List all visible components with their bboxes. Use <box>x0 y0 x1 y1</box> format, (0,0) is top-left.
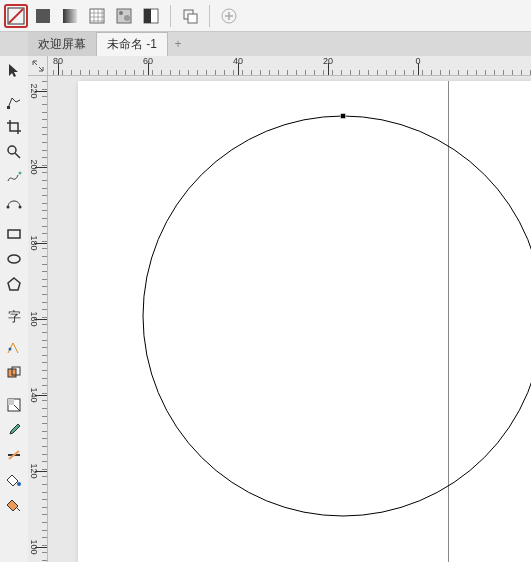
svg-line-1 <box>9 9 23 23</box>
separator <box>209 5 210 27</box>
texture-fill-button[interactable] <box>112 4 136 28</box>
svg-point-14 <box>8 146 16 154</box>
blend-tool[interactable] <box>2 336 26 360</box>
bezier-tool[interactable] <box>2 190 26 214</box>
plus-icon: + <box>175 37 182 51</box>
pattern-fill-button[interactable] <box>85 4 109 28</box>
svg-line-15 <box>15 153 20 158</box>
freehand-tool[interactable] <box>2 165 26 189</box>
ruler-tick-label: 220 <box>29 83 39 98</box>
tab-add-button[interactable]: + <box>168 32 188 56</box>
svg-rect-19 <box>8 230 20 238</box>
solid-fill-button[interactable] <box>31 4 55 28</box>
dropper-tool[interactable] <box>2 418 26 442</box>
tab-untitled[interactable]: 未命名 -1 <box>97 32 168 56</box>
ruler-tick-label: 200 <box>29 159 39 174</box>
gradient-fill-button[interactable] <box>58 4 82 28</box>
main-area: 字 806040200 220200180160140120100 <box>0 56 531 562</box>
canvas-viewport[interactable] <box>48 76 531 562</box>
svg-rect-9 <box>144 9 151 23</box>
toolbox: 字 <box>0 56 28 562</box>
page <box>78 81 531 562</box>
svg-rect-2 <box>36 9 50 23</box>
tab-label: 欢迎屏幕 <box>38 36 86 53</box>
ruler-tick-label: 120 <box>29 463 39 478</box>
ruler-tick-label: 60 <box>143 56 153 66</box>
interactive-fill-tool[interactable] <box>2 493 26 517</box>
svg-point-23 <box>9 348 12 351</box>
ruler-tick-label: 0 <box>415 56 420 66</box>
svg-point-20 <box>8 255 20 263</box>
outline-tool[interactable] <box>2 443 26 467</box>
ruler-tick-label: 160 <box>29 311 39 326</box>
ruler-tick-label: 20 <box>323 56 333 66</box>
zoom-tool[interactable] <box>2 140 26 164</box>
svg-rect-27 <box>8 399 14 405</box>
separator <box>170 5 171 27</box>
no-fill-button[interactable] <box>4 4 28 28</box>
svg-rect-11 <box>188 14 197 23</box>
ruler-tick-label: 80 <box>53 56 63 66</box>
text-tool[interactable]: 字 <box>2 304 26 328</box>
svg-point-16 <box>19 172 22 175</box>
svg-rect-3 <box>63 9 77 23</box>
svg-point-18 <box>19 206 22 209</box>
distort-tool[interactable] <box>2 361 26 385</box>
svg-point-17 <box>7 206 10 209</box>
svg-marker-21 <box>8 278 20 290</box>
tab-label: 未命名 -1 <box>107 36 157 53</box>
circle-shape[interactable] <box>143 116 531 516</box>
rectangle-tool[interactable] <box>2 222 26 246</box>
tab-welcome[interactable]: 欢迎屏幕 <box>28 32 97 56</box>
ruler-origin-button[interactable] <box>28 56 48 76</box>
copy-properties-button[interactable] <box>178 4 202 28</box>
svg-text:字: 字 <box>8 309 21 324</box>
ruler-tick-label: 140 <box>29 387 39 402</box>
ruler-tick-label: 40 <box>233 56 243 66</box>
horizontal-ruler[interactable]: 806040200 <box>48 56 531 76</box>
shape-tool[interactable] <box>2 90 26 114</box>
vertical-ruler[interactable]: 220200180160140120100 <box>28 76 48 562</box>
polygon-tool[interactable] <box>2 272 26 296</box>
svg-rect-13 <box>7 106 10 109</box>
svg-point-28 <box>17 482 21 486</box>
node-handle[interactable] <box>341 114 346 119</box>
svg-point-7 <box>124 15 130 21</box>
ruler-tick-label: 180 <box>29 235 39 250</box>
fill-tool[interactable] <box>2 468 26 492</box>
add-button[interactable] <box>217 4 241 28</box>
document-tab-bar: 欢迎屏幕 未命名 -1 + <box>0 32 531 56</box>
two-color-button[interactable] <box>139 4 163 28</box>
svg-point-6 <box>119 11 123 15</box>
pick-tool[interactable] <box>2 58 26 82</box>
transparency-tool[interactable] <box>2 393 26 417</box>
ellipse-tool[interactable] <box>2 247 26 271</box>
ruler-tick-label: 100 <box>29 539 39 554</box>
canvas-area: 806040200 220200180160140120100 <box>28 56 531 562</box>
property-toolbar <box>0 0 531 32</box>
crop-tool[interactable] <box>2 115 26 139</box>
drawing-layer <box>78 81 531 562</box>
